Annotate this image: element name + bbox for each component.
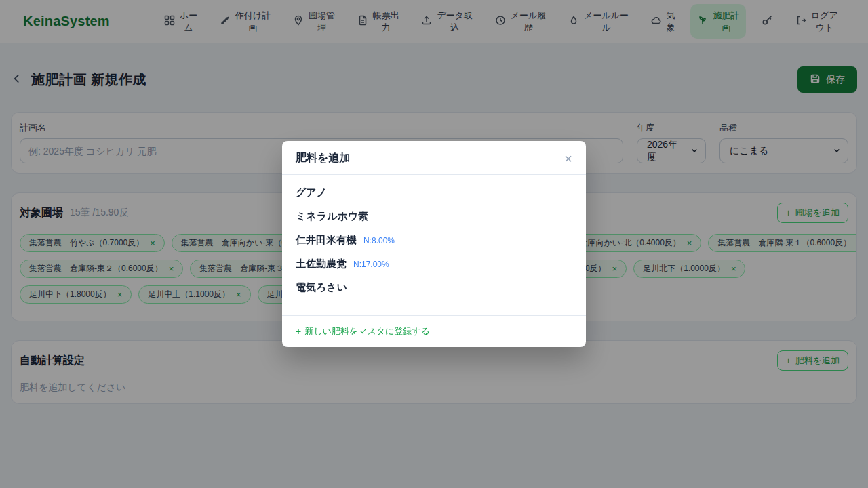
fertilizer-list-item[interactable]: グアノ bbox=[282, 181, 586, 205]
add-fertilizer-modal: 肥料を追加 × グアノ ミネラルホウ素 仁井田米有機 N:8.00% 土佐勤農党… bbox=[282, 141, 586, 347]
nitrogen-badge: N:8.00% bbox=[363, 236, 395, 245]
nitrogen-badge: N:17.00% bbox=[353, 260, 389, 269]
modal-title: 肥料を追加 bbox=[296, 151, 350, 165]
fertilizer-list: グアノ ミネラルホウ素 仁井田米有機 N:8.00% 土佐勤農党 N:17.00… bbox=[282, 175, 586, 315]
fertilizer-list-item[interactable]: ミネラルホウ素 bbox=[282, 205, 586, 228]
fertilizer-list-item[interactable]: 電気ろさい bbox=[282, 276, 586, 300]
fertilizer-list-item[interactable]: 仁井田米有機 N:8.00% bbox=[282, 228, 586, 252]
plus-icon: + bbox=[296, 327, 301, 336]
close-icon[interactable]: × bbox=[564, 152, 572, 165]
register-new-fertilizer-link[interactable]: + 新しい肥料をマスタに登録する bbox=[296, 325, 430, 338]
fertilizer-list-item[interactable]: 土佐勤農党 N:17.00% bbox=[282, 252, 586, 276]
